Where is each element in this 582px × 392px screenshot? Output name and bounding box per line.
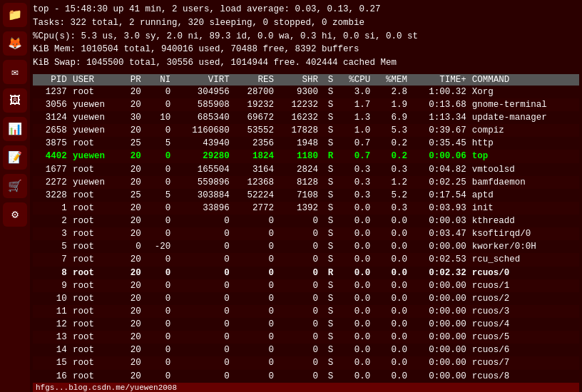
cell-cmd: top <box>469 150 579 163</box>
table-row: 14root200000S0.00.00:00.00rcuos/6 <box>33 344 579 356</box>
cell-virt: 0 <box>173 279 233 292</box>
table-row: 8root200000R0.00.00:02.32rcuos/0 <box>33 267 579 279</box>
process-table: PID USER PR NI VIRT RES SHR S %CPU %MEM … <box>33 74 579 383</box>
cell-cmd: rcuos/5 <box>469 331 579 344</box>
cell-time: 0:00.00 <box>410 305 469 318</box>
cell-time: 0:00.03 <box>410 215 469 227</box>
cell-s: S <box>321 227 336 240</box>
cell-user: root <box>70 305 121 318</box>
cell-cpu: 0.0 <box>336 227 373 240</box>
cell-cpu: 0.0 <box>336 202 373 215</box>
cell-s: S <box>321 356 336 369</box>
cell-virt: 0 <box>173 253 233 266</box>
table-row: 12root200000S0.00.00:00.00rcuos/4 <box>33 318 579 331</box>
top-info: top - 15:48:30 up 41 min, 2 users, load … <box>33 1 579 71</box>
cell-cpu: 0.7 <box>336 137 373 150</box>
cell-pr: 20 <box>121 124 143 137</box>
cell-res: 12368 <box>233 176 277 189</box>
cell-user: yuewen <box>70 98 121 111</box>
spreadsheet-icon[interactable]: 📊 <box>3 117 27 141</box>
cell-s: S <box>321 98 336 111</box>
cell-cpu: 0.0 <box>336 331 373 344</box>
cell-cmd: bamfdaemon <box>469 176 579 189</box>
cell-pid: 5 <box>33 240 70 253</box>
cell-time: 0:03.93 <box>410 202 469 215</box>
cell-shr: 0 <box>277 331 321 344</box>
cell-shr: 0 <box>277 344 321 356</box>
table-row: 3228root255303884522247108S0.35.20:17.54… <box>33 189 579 202</box>
cell-mem: 0.0 <box>373 279 410 292</box>
cell-cmd: http <box>469 137 579 150</box>
cell-user: root <box>70 331 121 344</box>
cell-cpu: 0.0 <box>336 318 373 331</box>
table-row: 3124yuewen30106853406967216232S1.36.91:1… <box>33 111 579 124</box>
cell-ni: 0 <box>144 279 174 292</box>
table-row: 3056yuewen2005859081923212232S1.71.90:13… <box>33 98 579 111</box>
cell-pid: 12 <box>33 318 70 331</box>
table-row: 11root200000S0.00.00:00.00rcuos/3 <box>33 305 579 318</box>
cell-pid: 2658 <box>33 124 70 137</box>
cell-time: 0:02.25 <box>410 176 469 189</box>
cell-virt: 0 <box>173 305 233 318</box>
settings-icon[interactable]: ⚙ <box>3 202 27 227</box>
cell-shr: 0 <box>277 267 321 279</box>
photo-icon[interactable]: 🖼 <box>3 88 27 113</box>
col-mem: %MEM <box>373 74 410 86</box>
cell-pid: 8 <box>33 267 70 279</box>
cell-pr: 20 <box>121 267 143 279</box>
cell-mem: 1.9 <box>373 98 410 111</box>
cell-shr: 9300 <box>277 86 321 98</box>
cell-s: S <box>321 240 336 253</box>
cell-virt: 29280 <box>173 150 233 163</box>
table-row: 2272yuewen200559896123688128S0.31.20:02.… <box>33 176 579 189</box>
cell-user: root <box>70 356 121 369</box>
table-header-row: PID USER PR NI VIRT RES SHR S %CPU %MEM … <box>33 74 579 86</box>
cell-cmd: rcuos/6 <box>469 344 579 356</box>
top-line4: KiB Mem: 1010504 total, 940016 used, 704… <box>33 43 579 56</box>
cell-pr: 20 <box>121 331 143 344</box>
cell-cmd: Xorg <box>469 86 579 98</box>
cell-time: 0:02.53 <box>410 253 469 266</box>
col-res: RES <box>233 74 277 86</box>
table-row: 1237root200304956287009300S3.02.81:00.32… <box>33 86 579 98</box>
top-line5: KiB Swap: 1045500 total, 30556 used, 101… <box>33 56 579 70</box>
cell-user: root <box>70 370 121 383</box>
cell-cmd: rcuos/3 <box>469 305 579 318</box>
cell-pid: 3124 <box>33 111 70 124</box>
mail-icon[interactable]: ✉ <box>3 60 27 84</box>
cell-time: 0:00.06 <box>410 150 469 163</box>
cell-mem: 0.0 <box>373 292 410 305</box>
browser-icon[interactable]: 🦊 <box>3 31 27 56</box>
cell-user: root <box>70 240 121 253</box>
cell-ni: 0 <box>144 331 174 344</box>
cell-mem: 5.3 <box>373 124 410 137</box>
cell-pr: 20 <box>121 253 143 266</box>
files-icon[interactable]: 📁 <box>3 3 27 27</box>
cell-cmd: kworker/0:0H <box>469 240 579 253</box>
cell-user: root <box>70 344 121 356</box>
cell-mem: 0.2 <box>373 137 410 150</box>
cell-ni: 0 <box>144 176 174 189</box>
cell-user: root <box>70 267 121 279</box>
cell-pr: 20 <box>121 176 143 189</box>
cell-cpu: 0.7 <box>336 150 373 163</box>
cell-ni: 0 <box>144 253 174 266</box>
cell-virt: 303884 <box>173 189 233 202</box>
cell-shr: 0 <box>277 292 321 305</box>
cell-res: 0 <box>233 215 277 227</box>
cell-res: 0 <box>233 344 277 356</box>
cell-pid: 3875 <box>33 137 70 150</box>
top-line3: %Cpu(s): 5.3 us, 3.0 sy, 2.0 ni, 89.3 id… <box>33 30 579 43</box>
cell-cpu: 0.0 <box>336 279 373 292</box>
cell-cmd: rcu_sched <box>469 253 579 266</box>
cell-pid: 4402 <box>33 150 70 163</box>
cell-ni: 0 <box>144 267 174 279</box>
shopping-icon[interactable]: 🛒 <box>3 174 27 198</box>
cell-s: S <box>321 331 336 344</box>
cell-mem: 5.2 <box>373 189 410 202</box>
text-icon[interactable]: 📝 <box>3 145 27 170</box>
cell-pid: 3228 <box>33 189 70 202</box>
cell-s: S <box>321 86 336 98</box>
table-row: 10root200000S0.00.00:00.00rcuos/2 <box>33 292 579 305</box>
cell-cpu: 0.0 <box>336 253 373 266</box>
